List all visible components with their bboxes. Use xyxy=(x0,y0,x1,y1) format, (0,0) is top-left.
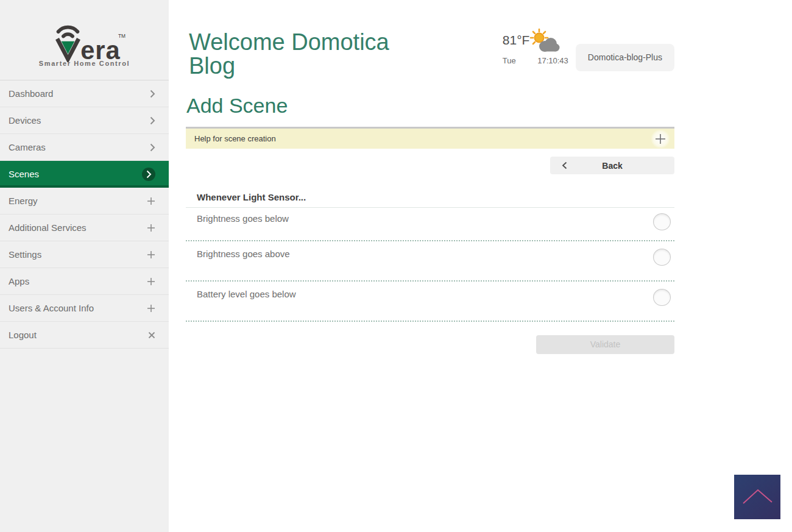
plus-icon xyxy=(147,250,155,259)
sidebar-item-label: Dashboard xyxy=(9,88,53,99)
sidebar-item-label: Energy xyxy=(9,196,38,206)
validate-button[interactable]: Validate xyxy=(536,335,674,354)
scroll-to-top-button[interactable] xyxy=(734,475,780,519)
scene-trigger-option: Battery level goes below xyxy=(186,282,674,322)
help-label: Help for scene creation xyxy=(194,134,276,143)
trigger-options-list: Brightness goes belowBrightness goes abo… xyxy=(186,208,674,322)
scene-trigger-option: Brightness goes above xyxy=(186,241,674,282)
page-header: Welcome Domotica Blog 81°F xyxy=(186,30,674,78)
logo-text: era xyxy=(80,36,120,62)
radio-button[interactable] xyxy=(653,249,671,266)
weather-widget: 81°F xyxy=(503,28,568,65)
main-content: Welcome Domotica Blog 81°F xyxy=(169,0,792,532)
temperature-value: 81°F xyxy=(503,33,530,48)
chevron-right-icon xyxy=(142,168,155,181)
sidebar-item-label: Logout xyxy=(9,330,37,340)
sidebar-item-label: Scenes xyxy=(9,169,39,179)
weather-day: Tue xyxy=(503,56,516,65)
plus-icon xyxy=(147,304,155,313)
sidebar-item-dashboard[interactable]: Dashboard xyxy=(0,80,169,107)
sidebar: era TM Smarter Home Control DashboardDev… xyxy=(0,0,169,532)
chevron-up-icon xyxy=(734,475,780,519)
back-label: Back xyxy=(550,161,674,171)
partly-cloudy-icon xyxy=(529,28,560,55)
plus-icon xyxy=(147,277,155,286)
plus-icon xyxy=(147,197,155,205)
expand-help-button[interactable] xyxy=(651,130,670,148)
sidebar-item-cameras[interactable]: Cameras xyxy=(0,134,169,161)
weather-top: 81°F xyxy=(503,28,568,55)
sidebar-item-devices[interactable]: Devices xyxy=(0,107,169,134)
chevron-right-icon xyxy=(150,116,155,125)
plus-icon xyxy=(147,224,155,232)
scene-trigger-option: Brightness goes below xyxy=(186,208,674,241)
vera-logo-icon: era TM xyxy=(36,20,133,62)
trigger-option-label: Battery level goes below xyxy=(197,289,296,299)
page-title: Add Scene xyxy=(186,94,674,118)
sidebar-item-apps[interactable]: Apps xyxy=(0,268,169,295)
trigger-option-label: Brightness goes above xyxy=(197,249,290,259)
trigger-option-label: Brightness goes below xyxy=(197,213,289,224)
sidebar-item-users-account-info[interactable]: Users & Account Info xyxy=(0,295,169,322)
section-title: Whenever Light Sensor... xyxy=(186,192,674,208)
chevron-right-icon xyxy=(150,143,155,152)
help-banner[interactable]: Help for scene creation xyxy=(186,127,674,149)
controller-selector[interactable]: Domotica-blog-Plus xyxy=(576,44,674,71)
sidebar-menu: DashboardDevicesCamerasScenesEnergyAddit… xyxy=(0,80,169,349)
sidebar-item-energy[interactable]: Energy xyxy=(0,188,169,215)
back-button[interactable]: Back xyxy=(550,157,674,174)
logo-trademark: TM xyxy=(118,33,126,39)
brand-logo[interactable]: era TM Smarter Home Control xyxy=(0,0,169,80)
chevron-left-icon xyxy=(562,161,567,169)
radio-button[interactable] xyxy=(653,289,671,306)
weather-time: 17:10:43 xyxy=(537,56,568,65)
sidebar-item-additional-services[interactable]: Additional Services xyxy=(0,215,169,241)
sidebar-item-label: Apps xyxy=(9,276,29,286)
sidebar-item-label: Devices xyxy=(9,115,41,126)
app-root: era TM Smarter Home Control DashboardDev… xyxy=(0,0,792,532)
sidebar-item-logout[interactable]: Logout xyxy=(0,322,169,349)
sidebar-item-label: Additional Services xyxy=(9,222,87,233)
chevron-right-icon xyxy=(150,90,155,98)
sidebar-item-label: Users & Account Info xyxy=(9,303,94,313)
sidebar-item-label: Cameras xyxy=(9,142,46,152)
brand-tagline: Smarter Home Control xyxy=(39,60,130,67)
plus-icon xyxy=(655,133,666,144)
sidebar-item-scenes[interactable]: Scenes xyxy=(0,161,169,188)
sidebar-item-label: Settings xyxy=(9,249,41,260)
sidebar-item-settings[interactable]: Settings xyxy=(0,241,169,268)
radio-button[interactable] xyxy=(653,213,671,230)
trigger-section: Whenever Light Sensor... Brightness goes… xyxy=(186,192,674,322)
weather-bottom: Tue 17:10:43 xyxy=(503,56,568,65)
welcome-heading: Welcome Domotica Blog xyxy=(189,30,414,78)
close-icon xyxy=(148,332,155,339)
